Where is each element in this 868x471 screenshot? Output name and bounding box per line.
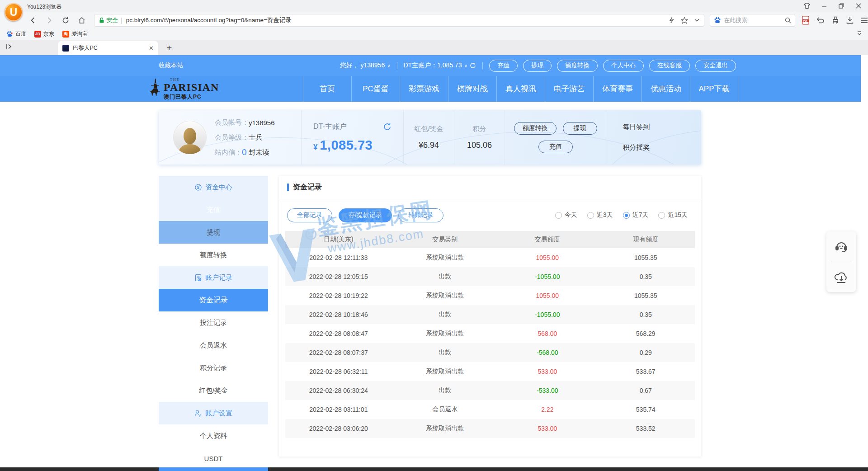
- filter-tab-2[interactable]: 存/提款记录: [339, 208, 392, 222]
- avatar: [173, 121, 207, 154]
- filter-tab-3[interactable]: 转账记录: [398, 208, 443, 222]
- tab-close-icon[interactable]: ✕: [149, 45, 154, 52]
- wallet-balance: ¥ 1,085.73: [313, 138, 392, 153]
- menu-icon[interactable]: [860, 17, 868, 24]
- browser-toolbar: 安全 | pc.blryl6.com/#/personal/accountLog…: [0, 12, 868, 28]
- user-greeting[interactable]: 您好， y138956∨: [340, 61, 391, 70]
- side-panel-toggle-icon[interactable]: [5, 43, 13, 50]
- home-icon[interactable]: [76, 14, 88, 26]
- sidebar-item-账户记录[interactable]: 账户记录: [159, 266, 268, 289]
- sidebar-item-充值[interactable]: 充值: [159, 198, 268, 221]
- cell-date: 2022-02-28 08:08:47: [285, 330, 392, 337]
- main-account-summary[interactable]: DT主账户：1,085.73∨: [404, 61, 476, 70]
- sidebar-item-label: 资金记录: [199, 296, 228, 305]
- window-titlebar: You123浏览器: [0, 0, 868, 12]
- account-label: 会员帐号：: [215, 118, 249, 127]
- collapse-bookmarks-icon[interactable]: [856, 30, 863, 36]
- address-bar[interactable]: 安全 | pc.blryl6.com/#/personal/accountLog…: [94, 14, 704, 27]
- nav-item-6[interactable]: 电子游艺: [545, 76, 593, 102]
- points-lottery-link[interactable]: 积分摇奖: [623, 143, 701, 152]
- cell-amount: 2.22: [498, 406, 596, 413]
- tab-parisian[interactable]: 巴黎人PC ✕: [58, 41, 158, 55]
- sidebar-item-提现[interactable]: 提现: [159, 221, 268, 244]
- sidebar-item-账户设置[interactable]: 账户设置: [159, 402, 268, 424]
- skin-icon[interactable]: [801, 1, 813, 10]
- bookmark-label: 爱淘宝: [71, 30, 88, 38]
- withdraw-button[interactable]: 提现: [563, 122, 597, 135]
- filter-tab-1[interactable]: 全部记录: [287, 208, 332, 222]
- chevron-down-icon[interactable]: [694, 19, 699, 22]
- floating-toolbar: [826, 231, 856, 292]
- sidebar-item-会员返水[interactable]: 会员返水: [159, 334, 268, 357]
- sidebar-menu: 资金中心充值提现额度转换账户记录资金记录投注记录会员返水积分记录红包/奖金账户设…: [159, 176, 268, 470]
- sidebar-item-资金中心[interactable]: 资金中心: [159, 176, 268, 198]
- url-text[interactable]: pc.blryl6.com/#/personal/accountLog?tag=…: [126, 16, 665, 24]
- sidebar-item-USDT[interactable]: USDT: [159, 447, 268, 470]
- sidebar-item-额度转换[interactable]: 额度转换: [159, 244, 268, 266]
- deposit-button[interactable]: 充值: [538, 141, 573, 153]
- sidebar-item-资金记录[interactable]: 资金记录: [159, 289, 268, 311]
- nav-item-7[interactable]: 体育赛事: [593, 76, 642, 102]
- range-radio-近3天[interactable]: 近3天: [587, 211, 613, 219]
- lock-icon: [99, 17, 104, 24]
- customer-service-icon[interactable]: [826, 231, 856, 262]
- back-icon[interactable]: [27, 14, 39, 26]
- favorite-site-link[interactable]: 收藏本站: [159, 61, 183, 70]
- minimize-button[interactable]: [818, 1, 830, 10]
- undo-icon[interactable]: [816, 17, 825, 24]
- cloud-download-icon[interactable]: [826, 262, 856, 292]
- bookmark-bar: 百度JD京东淘爱淘宝: [0, 28, 868, 40]
- sidebar-item-投注记录[interactable]: 投注记录: [159, 311, 268, 334]
- range-radio-今天[interactable]: 今天: [555, 211, 577, 219]
- nav-item-4[interactable]: 棋牌对战: [448, 76, 496, 102]
- topbar-button-5[interactable]: 在线客服: [649, 60, 690, 72]
- topbar-button-1[interactable]: 充值: [489, 60, 518, 72]
- range-radio-近7天[interactable]: 近7天: [623, 211, 649, 219]
- cell-date: 2022-02-28 08:07:37: [285, 349, 392, 356]
- nav-item-3[interactable]: 彩票游戏: [400, 76, 448, 102]
- browser-logo[interactable]: U: [5, 3, 23, 21]
- cell-amount: -1055.00: [498, 273, 596, 280]
- sidebar-item-积分记录[interactable]: 积分记录: [159, 357, 268, 379]
- restore-button[interactable]: [835, 1, 847, 10]
- bookmark-item-2[interactable]: JD京东: [34, 30, 54, 38]
- pdf-tool-icon[interactable]: PDF: [802, 16, 810, 25]
- range-label: 近15天: [668, 211, 688, 219]
- topbar-button-6[interactable]: 安全退出: [695, 60, 736, 72]
- search-box[interactable]: 在此搜索: [710, 14, 795, 27]
- site-logo[interactable]: THE PARISIAN 澳门巴黎人PC: [149, 78, 235, 99]
- nav-item-8[interactable]: 优惠活动: [642, 76, 690, 102]
- nav-item-1[interactable]: 首页: [303, 76, 351, 102]
- user-summary-card: 会员帐号：y138956 会员等级：士兵 站内信：0封未读 DT-主账户 ¥ 1…: [159, 110, 701, 165]
- nav-item-9[interactable]: APP下载: [690, 76, 738, 102]
- clean-brush-icon[interactable]: [831, 16, 840, 24]
- nav-item-2[interactable]: PC蛋蛋: [351, 76, 400, 102]
- new-tab-button[interactable]: +: [166, 42, 172, 53]
- page-viewport: 收藏本站 您好， y138956∨ DT主账户：1,085.73∨ 充值提现额度…: [0, 55, 861, 471]
- site-topbar: 收藏本站 您好， y138956∨ DT主账户：1,085.73∨ 充值提现额度…: [0, 55, 861, 76]
- topbar-button-2[interactable]: 提现: [523, 60, 552, 72]
- topbar-button-4[interactable]: 个人中心: [603, 60, 644, 72]
- topbar-button-3[interactable]: 额度转换: [557, 60, 598, 72]
- sidebar-item-个人资料[interactable]: 个人资料: [159, 424, 268, 447]
- daily-signin-link[interactable]: 每日签到: [623, 123, 701, 132]
- refresh-icon[interactable]: [60, 14, 71, 26]
- forward-icon[interactable]: [43, 14, 55, 26]
- main-navigation: THE PARISIAN 澳门巴黎人PC 首页PC蛋蛋彩票游戏棋牌对战真人视讯电…: [0, 76, 861, 102]
- cell-date: 2022-02-28 03:11:01: [285, 406, 392, 413]
- nav-item-5[interactable]: 真人视讯: [496, 76, 545, 102]
- range-radio-近15天[interactable]: 近15天: [658, 211, 688, 219]
- download-icon[interactable]: [846, 16, 854, 24]
- transfer-button[interactable]: 额度转换: [514, 122, 557, 135]
- close-window-button[interactable]: [853, 1, 864, 10]
- search-icon[interactable]: [785, 17, 791, 24]
- bookmark-item-1[interactable]: 百度: [6, 30, 26, 38]
- bookmark-item-3[interactable]: 淘爱淘宝: [62, 30, 88, 38]
- refresh-balance-icon[interactable]: [470, 62, 476, 69]
- sidebar-item-label: 红包/奖金: [199, 386, 228, 395]
- quick-action-icon[interactable]: [669, 17, 675, 24]
- refresh-wallet-icon[interactable]: [383, 122, 392, 131]
- sidebar-item-红包/奖金[interactable]: 红包/奖金: [159, 379, 268, 402]
- inbox-count[interactable]: 0: [242, 147, 247, 157]
- bookmark-star-icon[interactable]: [681, 17, 688, 24]
